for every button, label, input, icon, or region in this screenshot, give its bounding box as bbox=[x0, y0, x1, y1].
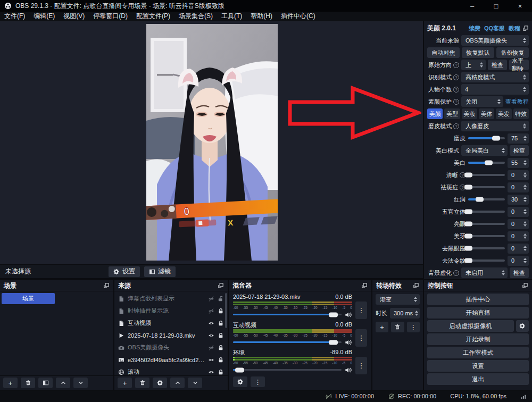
info-icon[interactable]: ? bbox=[453, 62, 459, 68]
scrollbar[interactable] bbox=[225, 293, 227, 328]
volume-slider[interactable] bbox=[233, 369, 342, 371]
source-up-button[interactable] bbox=[170, 378, 185, 388]
slider-handle[interactable] bbox=[235, 367, 244, 372]
scene-item-selected[interactable]: 场景 bbox=[2, 293, 55, 304]
source-row[interactable]: 弹幕点歌列表显示 bbox=[114, 292, 228, 305]
lock-toggle-icon[interactable] bbox=[218, 308, 224, 314]
slider-handle[interactable] bbox=[464, 210, 472, 214]
value-spinner[interactable]: 55 bbox=[508, 158, 529, 168]
slider-handle[interactable] bbox=[476, 197, 484, 202]
visibility-toggle-icon[interactable] bbox=[208, 357, 214, 363]
remove-source-button[interactable] bbox=[135, 378, 149, 388]
value-spinner[interactable]: 0 bbox=[508, 256, 529, 266]
value-spinner[interactable]: 75 bbox=[508, 133, 529, 144]
tab-reshape[interactable]: 美型 bbox=[444, 108, 460, 119]
backup-restore-button[interactable]: 备份恢复 bbox=[496, 47, 529, 58]
add-source-button[interactable]: + bbox=[118, 378, 132, 388]
visibility-toggle-icon[interactable] bbox=[208, 308, 214, 314]
scene-filters-button[interactable] bbox=[38, 378, 53, 388]
visibility-toggle-icon[interactable] bbox=[208, 320, 214, 326]
tab-effects[interactable]: 特效 bbox=[513, 108, 529, 119]
menu-scene-collection[interactable]: 场景集合(S) bbox=[174, 12, 217, 21]
transition-options-button[interactable]: ⋮ bbox=[407, 322, 420, 332]
horizontal-flip-button[interactable]: 水平翻转 bbox=[509, 60, 529, 70]
slider-handle[interactable] bbox=[464, 246, 472, 251]
nasolabial-folds-slider[interactable] bbox=[468, 259, 505, 262]
transition-type-dropdown[interactable]: 渐变 bbox=[376, 294, 420, 305]
smooth-mode-dropdown[interactable]: 人像磨皮 bbox=[461, 121, 529, 131]
menu-tools[interactable]: 工具(T) bbox=[217, 12, 246, 21]
start-streaming-button[interactable]: 开始直播 bbox=[427, 307, 529, 319]
info-icon[interactable]: ? bbox=[453, 87, 459, 93]
settings-button[interactable]: 设置 bbox=[427, 360, 529, 372]
slider-handle[interactable] bbox=[464, 258, 472, 263]
value-spinner[interactable]: 0 bbox=[508, 219, 529, 229]
source-row[interactable]: OBS美颜摄像头 bbox=[114, 341, 228, 354]
visibility-toggle-icon[interactable] bbox=[208, 332, 214, 339]
value-spinner[interactable]: 0 bbox=[508, 207, 529, 217]
restore-default-button[interactable]: 恢复默认 bbox=[462, 47, 494, 58]
lock-toggle-icon[interactable] bbox=[218, 320, 224, 326]
teeth-whiten-slider[interactable] bbox=[468, 235, 505, 237]
lock-toggle-icon[interactable] bbox=[218, 357, 224, 363]
add-transition-button[interactable]: + bbox=[376, 322, 388, 332]
scene-down-button[interactable] bbox=[73, 378, 88, 388]
slider-handle[interactable] bbox=[464, 173, 472, 178]
add-scene-button[interactable]: + bbox=[3, 378, 18, 388]
whiten-mode-dropdown[interactable]: 全局美白 bbox=[461, 145, 508, 156]
background-blur-dropdown[interactable]: 未启用 bbox=[461, 267, 508, 278]
mixer-options-button[interactable]: ⋮ bbox=[355, 357, 367, 374]
source-row[interactable]: 2025-07-18 21-29-03.mkv bbox=[114, 329, 228, 341]
face-3d-slider[interactable] bbox=[468, 211, 505, 213]
menu-edit[interactable]: 编辑(E) bbox=[29, 12, 59, 21]
popout-icon[interactable] bbox=[522, 282, 528, 289]
lock-toggle-icon[interactable] bbox=[218, 296, 224, 302]
plugin-center-button[interactable]: 插件中心 bbox=[427, 294, 529, 305]
remove-transition-button[interactable] bbox=[391, 322, 404, 332]
lock-toggle-icon[interactable] bbox=[218, 345, 224, 351]
smooth-skin-slider[interactable] bbox=[468, 137, 505, 139]
info-icon[interactable]: ? bbox=[453, 123, 459, 129]
studio-mode-button[interactable]: 工作室模式 bbox=[427, 347, 529, 358]
check-button[interactable]: 检查 bbox=[510, 267, 529, 278]
value-spinner[interactable]: 0 bbox=[508, 231, 529, 241]
tab-body[interactable]: 美体 bbox=[479, 108, 494, 119]
slider-handle[interactable] bbox=[329, 312, 338, 317]
check-button[interactable]: 检查 bbox=[488, 60, 507, 70]
tutorial-link[interactable]: 教程 bbox=[509, 24, 520, 32]
slider-handle[interactable] bbox=[464, 234, 472, 239]
value-spinner[interactable]: 0 bbox=[508, 170, 529, 180]
menu-help[interactable]: 帮助(H) bbox=[246, 12, 277, 21]
mixer-options-button[interactable]: ⋮ bbox=[355, 302, 367, 319]
visibility-toggle-icon[interactable] bbox=[208, 296, 214, 302]
people-count-spinner[interactable]: 4 bbox=[461, 84, 529, 95]
transition-duration-spinner[interactable]: 300 ms bbox=[390, 308, 420, 319]
clarity-slider[interactable] bbox=[468, 174, 505, 176]
check-button[interactable]: 检查 bbox=[510, 145, 529, 156]
virtual-camera-settings-button[interactable] bbox=[516, 320, 529, 332]
detect-mode-dropdown[interactable]: 高精度模式 bbox=[461, 72, 529, 82]
source-down-button[interactable] bbox=[188, 378, 202, 388]
popout-icon[interactable] bbox=[103, 282, 110, 289]
whiten-slider[interactable] bbox=[468, 162, 505, 164]
value-spinner[interactable]: 0 bbox=[508, 182, 529, 192]
menu-docks[interactable]: 停靠窗口(D) bbox=[89, 12, 132, 21]
blemish-removal-slider[interactable] bbox=[468, 186, 505, 188]
advanced-audio-button[interactable] bbox=[233, 376, 247, 387]
bright-eyes-slider[interactable] bbox=[468, 223, 505, 225]
info-icon[interactable]: ? bbox=[453, 270, 459, 276]
slider-handle[interactable] bbox=[485, 161, 493, 165]
tab-beauty[interactable]: 美颜 bbox=[427, 108, 443, 119]
speaker-icon[interactable] bbox=[345, 339, 352, 346]
source-filters-button[interactable]: 滤镜 bbox=[144, 266, 176, 277]
source-row[interactable]: 时钟插件显示源 bbox=[114, 305, 228, 317]
menu-plugin-center[interactable]: 插件中心(C) bbox=[277, 12, 320, 21]
volume-slider[interactable] bbox=[233, 341, 342, 343]
bare-face-protect-dropdown[interactable]: 关闭 bbox=[461, 96, 503, 107]
minimize-button[interactable]: – bbox=[460, 0, 484, 12]
exit-button[interactable]: 退出 bbox=[427, 373, 529, 385]
current-source-dropdown[interactable]: OBS美颜摄像头 bbox=[461, 35, 529, 46]
source-row[interactable]: 互动视频 bbox=[114, 317, 228, 329]
lock-toggle-icon[interactable] bbox=[218, 332, 224, 339]
menu-profile[interactable]: 配置文件(P) bbox=[132, 12, 174, 21]
